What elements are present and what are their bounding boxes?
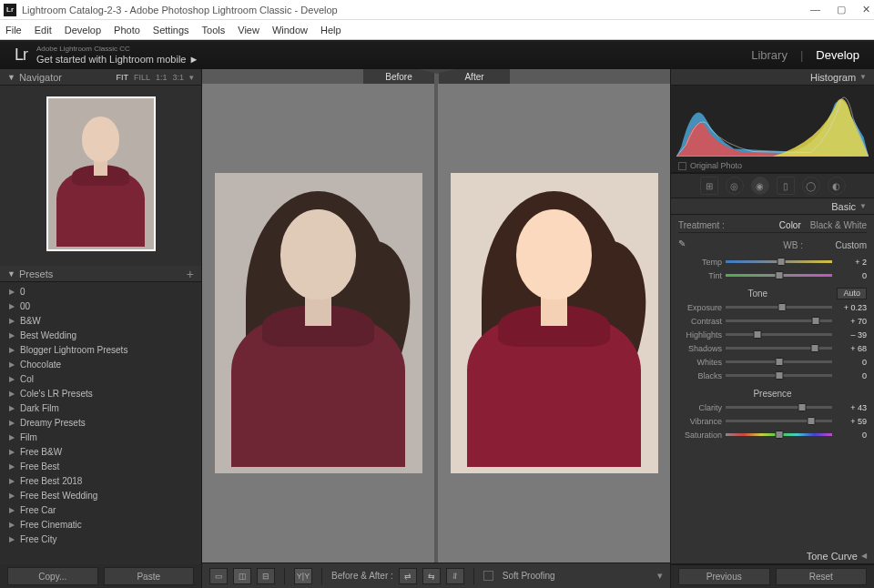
auto-tone-button[interactable]: Auto bbox=[837, 288, 867, 299]
preset-folder[interactable]: ▶Chocolate bbox=[0, 357, 201, 371]
right-panel: Histogram ▼ Original Photo ⊞ ◎ ◉ ▯ ◯ ◐ bbox=[670, 69, 874, 588]
copy-button[interactable]: Copy... bbox=[7, 567, 98, 585]
menu-develop[interactable]: Develop bbox=[65, 25, 101, 35]
menu-file[interactable]: File bbox=[5, 25, 22, 35]
histogram-display[interactable]: Original Photo bbox=[671, 86, 874, 173]
preset-label: Free City bbox=[20, 534, 57, 544]
preset-folder[interactable]: ▶Free City bbox=[0, 532, 201, 546]
lightroom-logo: Lr bbox=[15, 46, 27, 65]
basic-header[interactable]: Basic ▼ bbox=[671, 198, 874, 215]
chevron-right-icon: ▶ bbox=[9, 346, 15, 354]
tint-slider[interactable]: Tint0 bbox=[678, 269, 867, 282]
preset-folder[interactable]: ▶Free Best 2018 bbox=[0, 473, 201, 488]
nav-zoom-fill[interactable]: FILL bbox=[134, 73, 150, 82]
preset-folder[interactable]: ▶Free B&W bbox=[0, 444, 201, 459]
navigator-header[interactable]: ▼ Navigator FIT FILL 1:1 3:1 ▾ bbox=[0, 69, 201, 86]
soft-proof-checkbox[interactable] bbox=[483, 571, 493, 581]
preset-folder[interactable]: ▶00 bbox=[0, 299, 201, 313]
chevron-right-icon: ▶ bbox=[9, 492, 15, 500]
reset-button[interactable]: Reset bbox=[776, 568, 868, 585]
menu-help[interactable]: Help bbox=[320, 25, 341, 35]
preset-folder[interactable]: ▶Free Best Wedding bbox=[0, 488, 201, 502]
preset-folder[interactable]: ▶Col bbox=[0, 371, 201, 386]
saturation-label: Saturation bbox=[678, 431, 722, 440]
minimize-icon[interactable]: — bbox=[810, 4, 820, 15]
chevron-right-icon: ▶ bbox=[9, 477, 15, 485]
treatment-color[interactable]: Color bbox=[779, 220, 801, 230]
compare-split-icon[interactable]: Y|Y bbox=[294, 568, 312, 584]
original-photo-checkbox[interactable] bbox=[678, 162, 686, 170]
exposure-slider[interactable]: Exposure+ 0.23 bbox=[678, 300, 867, 314]
chevron-icon[interactable]: ▾ bbox=[189, 73, 194, 82]
menu-tools[interactable]: Tools bbox=[202, 25, 226, 35]
preset-folder[interactable]: ▶Film bbox=[0, 430, 201, 444]
clarity-slider[interactable]: Clarity+ 43 bbox=[678, 400, 867, 414]
nav-zoom-3-1[interactable]: 3:1 bbox=[172, 73, 184, 82]
whites-slider[interactable]: Whites0 bbox=[678, 355, 867, 369]
copy-before-icon[interactable]: ⇆ bbox=[422, 568, 441, 584]
radial-filter-icon[interactable]: ◯ bbox=[802, 177, 820, 195]
preset-label: Blogger Lightroom Presets bbox=[20, 345, 127, 355]
after-image[interactable] bbox=[438, 84, 670, 563]
histogram-title: Histogram bbox=[810, 72, 856, 83]
menu-photo[interactable]: Photo bbox=[114, 25, 140, 35]
nav-zoom-fit[interactable]: FIT bbox=[116, 73, 128, 82]
basic-title: Basic bbox=[831, 201, 856, 212]
develop-toolbar: ▭ ◫ ⊟ Y|Y Before & After : ⇄ ⇆ ⥯ Soft Pr… bbox=[202, 563, 670, 588]
add-preset-icon[interactable]: + bbox=[187, 267, 194, 281]
swap-icon[interactable]: ⇄ bbox=[399, 568, 417, 584]
menu-view[interactable]: View bbox=[238, 25, 259, 35]
preset-folder[interactable]: ▶Blogger Lightroom Presets bbox=[0, 342, 201, 357]
tone-curve-header[interactable]: Tone Curve ◀ bbox=[671, 548, 874, 564]
menu-window[interactable]: Window bbox=[272, 25, 308, 35]
maximize-icon[interactable]: ▢ bbox=[837, 4, 846, 15]
shadows-slider[interactable]: Shadows+ 68 bbox=[678, 341, 867, 355]
saturation-slider[interactable]: Saturation0 bbox=[678, 428, 867, 441]
redeye-tool-icon[interactable]: ◉ bbox=[751, 177, 769, 195]
chevron-right-icon: ▶ bbox=[9, 462, 15, 471]
before-image[interactable] bbox=[202, 84, 434, 563]
compare-lr-icon[interactable]: ◫ bbox=[233, 568, 251, 584]
presets-header[interactable]: ▼ Presets + bbox=[0, 266, 201, 282]
spot-tool-icon[interactable]: ◎ bbox=[726, 177, 744, 195]
paste-button[interactable]: Paste bbox=[104, 567, 195, 585]
blacks-slider[interactable]: Blacks0 bbox=[678, 369, 867, 382]
copy-after-icon[interactable]: ⥯ bbox=[446, 568, 464, 584]
vibrance-label: Vibrance bbox=[678, 417, 722, 426]
preset-folder[interactable]: ▶Dreamy Presets bbox=[0, 415, 201, 430]
preset-folder[interactable]: ▶0 bbox=[0, 284, 201, 299]
grad-filter-icon[interactable]: ▯ bbox=[777, 177, 795, 195]
compare-tb-icon[interactable]: ⊟ bbox=[257, 568, 275, 584]
preset-folder[interactable]: ▶Free Best bbox=[0, 459, 201, 473]
highlights-slider[interactable]: Highlights– 39 bbox=[678, 328, 867, 341]
preset-folder[interactable]: ▶Best Wedding bbox=[0, 328, 201, 342]
preset-folder[interactable]: ▶Dark Film bbox=[0, 400, 201, 415]
eyedropper-icon[interactable]: ✎ bbox=[678, 238, 691, 251]
previous-button[interactable]: Previous bbox=[678, 568, 770, 585]
histogram-header[interactable]: Histogram ▼ bbox=[671, 69, 874, 86]
temp-slider[interactable]: Temp+ 2 bbox=[678, 255, 867, 269]
treatment-bw[interactable]: Black & White bbox=[810, 220, 867, 230]
menu-edit[interactable]: Edit bbox=[35, 25, 52, 35]
vibrance-slider[interactable]: Vibrance+ 59 bbox=[678, 414, 867, 428]
brush-tool-icon[interactable]: ◐ bbox=[828, 177, 846, 195]
navigator-preview[interactable] bbox=[0, 86, 201, 266]
wb-value[interactable]: Custom bbox=[803, 240, 867, 250]
preset-folder[interactable]: ▶Free Cinematic bbox=[0, 517, 201, 532]
before-after-label: Before & After : bbox=[331, 571, 393, 581]
module-library[interactable]: Library bbox=[751, 48, 788, 62]
menu-settings[interactable]: Settings bbox=[153, 25, 189, 35]
preset-folder[interactable]: ▶B&W bbox=[0, 313, 201, 328]
contrast-slider[interactable]: Contrast+ 70 bbox=[678, 314, 867, 328]
preset-folder[interactable]: ▶Cole's LR Presets bbox=[0, 386, 201, 400]
preset-label: Free Best Wedding bbox=[20, 491, 97, 501]
toolbar-menu-icon[interactable]: ▾ bbox=[657, 570, 663, 582]
preset-folder[interactable]: ▶Free Car bbox=[0, 502, 201, 517]
crop-tool-icon[interactable]: ⊞ bbox=[700, 177, 718, 195]
mobile-link[interactable]: Get started with Lightroom mobile ► bbox=[36, 55, 198, 65]
loupe-view-icon[interactable]: ▭ bbox=[209, 568, 228, 584]
saturation-value: 0 bbox=[836, 431, 867, 440]
close-icon[interactable]: ✕ bbox=[862, 4, 870, 15]
nav-zoom-1-1[interactable]: 1:1 bbox=[156, 73, 168, 82]
module-develop[interactable]: Develop bbox=[816, 48, 859, 62]
